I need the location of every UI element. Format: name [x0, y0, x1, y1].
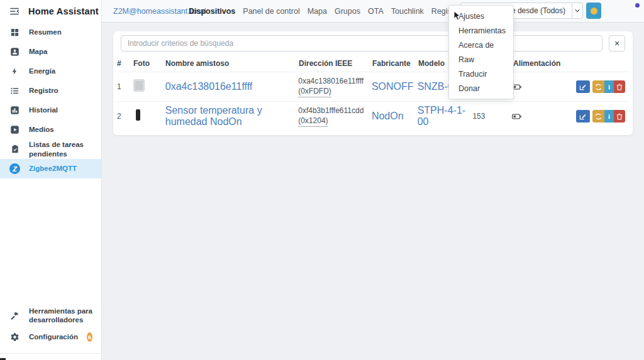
- delete-device-button[interactable]: [614, 110, 625, 123]
- menu-item-traducir[interactable]: Traducir: [449, 67, 513, 81]
- menu-toggle-icon[interactable]: [9, 2, 20, 21]
- nav-item-ota[interactable]: OTA: [368, 7, 384, 16]
- device-name-link[interactable]: 0xa4c138016e11ffff: [165, 81, 253, 92]
- main-content: × # Foto Nombre amistoso Dirección IEEE …: [102, 23, 644, 360]
- sidebar-item-zigbee2mqtt[interactable]: Z Zigbee2MQTT: [0, 159, 101, 178]
- zigbee2mqtt-icon: Z: [9, 163, 20, 174]
- dashboard-icon: [9, 27, 20, 38]
- z2m-topnav: Z2M@homeassistant.local Dispositivos Pan…: [102, 0, 644, 23]
- map-person-icon: [9, 46, 20, 57]
- chart-box-icon: [9, 105, 20, 116]
- device-info-button[interactable]: i: [604, 110, 614, 123]
- permit-join-caret-button[interactable]: [572, 3, 583, 19]
- sidebar-item-configuracion[interactable]: Configuración 6: [0, 327, 101, 347]
- mouse-cursor: [452, 11, 461, 23]
- reconfigure-device-button[interactable]: [592, 110, 604, 123]
- vendor-link[interactable]: SONOFF: [372, 81, 414, 92]
- play-box-icon: [9, 124, 20, 135]
- clipboard-check-icon: [9, 144, 20, 155]
- list-icon: [9, 85, 20, 96]
- sidebar: Home Assistant Resumen Mapa Energía: [0, 0, 102, 360]
- refresh-icon: [595, 84, 602, 90]
- trash-icon: [616, 84, 623, 90]
- model-link[interactable]: STPH-4-1-00: [418, 105, 465, 127]
- hammer-icon: [9, 310, 20, 321]
- header-fabricante: Fabricante: [372, 59, 418, 68]
- menu-item-donar[interactable]: Donar: [449, 81, 513, 95]
- nav-item-panel-de-control[interactable]: Panel de control: [243, 7, 299, 16]
- edit-device-button[interactable]: [576, 110, 590, 123]
- menu-item-acerca-de[interactable]: Acerca de: [449, 38, 513, 52]
- nav-item-dispositivos[interactable]: Dispositivos: [189, 7, 235, 16]
- sidebar-item-dev-tools[interactable]: Herramientas para desarrolladores: [0, 303, 101, 327]
- close-icon: ×: [614, 38, 619, 48]
- sidebar-item-resumen[interactable]: Resumen: [0, 23, 101, 42]
- gear-icon: [9, 332, 20, 342]
- network-address[interactable]: (0xFDFD): [298, 87, 331, 97]
- sidebar-item-mapa[interactable]: Mapa: [0, 42, 101, 62]
- vendor-link[interactable]: NodOn: [372, 111, 404, 121]
- config-badge: 6: [87, 332, 92, 342]
- search-row: ×: [121, 35, 625, 52]
- sidebar-header: Home Assistant: [0, 0, 101, 23]
- recording-dot: [635, 3, 640, 8]
- sidebar-item-medios[interactable]: Medios: [0, 120, 101, 139]
- header-nombre: Nombre amistoso: [165, 59, 299, 68]
- row-actions: i: [576, 80, 625, 93]
- header-foto: Foto: [133, 59, 165, 68]
- edit-device-button[interactable]: [576, 80, 590, 93]
- pencil-square-icon: [579, 113, 586, 120]
- ieee-address: 0xa4c138016e11ffff: [298, 76, 372, 87]
- nav-item-grupos[interactable]: Grupos: [335, 7, 360, 16]
- battery-icon: [512, 114, 521, 119]
- table-row: 2 Sensor temperatura y humedad NodOn 0xf…: [117, 101, 629, 131]
- sun-icon: [591, 8, 597, 14]
- header-ieee: Dirección IEEE: [299, 59, 372, 68]
- sidebar-item-listas-tareas[interactable]: Listas de tareas pendientes: [0, 139, 101, 159]
- lqi-value: 153: [472, 112, 507, 121]
- refresh-icon: [595, 113, 602, 120]
- sidebar-divider: [0, 353, 101, 354]
- theme-toggle-button[interactable]: [586, 3, 601, 19]
- reconfigure-device-button[interactable]: [592, 80, 604, 93]
- trash-icon: [616, 113, 623, 120]
- sidebar-item-energia[interactable]: Energía: [0, 62, 101, 81]
- menu-item-herramientas[interactable]: Herramientas: [449, 23, 513, 38]
- header-num: #: [117, 59, 133, 68]
- chevron-down-icon: [575, 9, 580, 13]
- device-photo[interactable]: [133, 79, 145, 92]
- sidebar-item-historial[interactable]: Historial: [0, 101, 101, 120]
- device-info-button[interactable]: i: [604, 80, 614, 93]
- device-photo[interactable]: [136, 109, 140, 121]
- pencil-square-icon: [579, 84, 586, 90]
- sidebar-item-registro[interactable]: Registro: [0, 81, 101, 101]
- delete-device-button[interactable]: [614, 80, 625, 93]
- app-title: Home Assistant: [28, 6, 99, 16]
- devices-card: × # Foto Nombre amistoso Dirección IEEE …: [113, 31, 633, 135]
- table-row: 1 0xa4c138016e11ffff 0xa4c138016e11ffff …: [117, 72, 629, 101]
- lightning-icon: [9, 66, 20, 77]
- header-alimentacion: Alimentación: [508, 59, 577, 68]
- sidebar-bottom: Herramientas para desarrolladores Config…: [0, 303, 101, 360]
- row-actions: i: [576, 110, 625, 123]
- search-input[interactable]: [121, 35, 602, 52]
- table-header: # Foto Nombre amistoso Dirección IEEE Fa…: [117, 55, 629, 72]
- clear-search-button[interactable]: ×: [609, 35, 625, 52]
- menu-item-raw[interactable]: Raw: [449, 52, 513, 67]
- ieee-address: 0xf4b3b1fffe611cdd: [298, 106, 372, 116]
- nav-item-mapa[interactable]: Mapa: [308, 7, 327, 16]
- network-address[interactable]: (0x1204): [298, 116, 328, 127]
- device-name-link[interactable]: Sensor temperatura y humedad NodOn: [165, 105, 262, 127]
- nav-item-touchlink[interactable]: Touchlink: [391, 7, 424, 16]
